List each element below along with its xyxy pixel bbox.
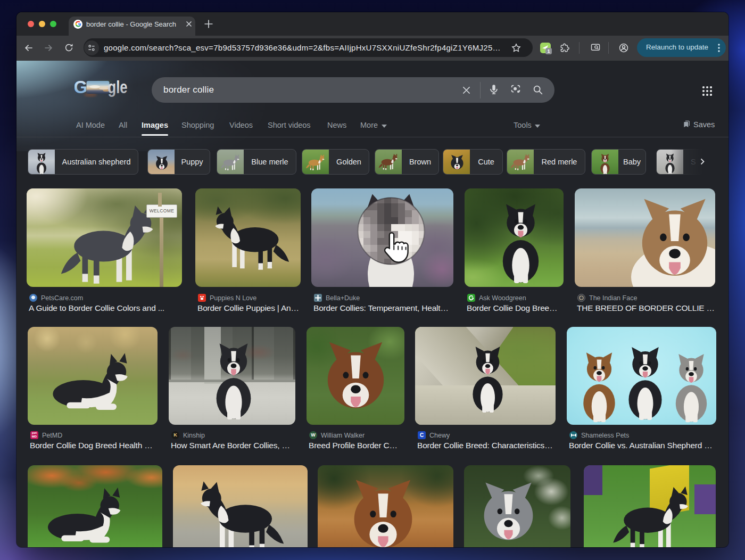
svg-text:G: G [74,79,87,97]
svg-text:gle: gle [108,79,128,97]
